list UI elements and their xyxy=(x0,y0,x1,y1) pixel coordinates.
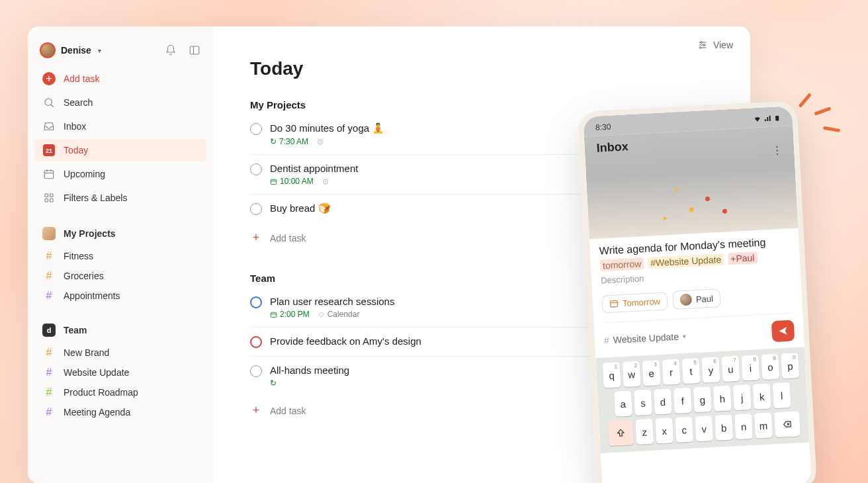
backspace-key[interactable] xyxy=(774,411,801,437)
keyboard-key[interactable]: o9 xyxy=(761,354,779,380)
send-button[interactable] xyxy=(771,320,795,342)
task-checkbox[interactable] xyxy=(250,296,262,308)
keyboard-key[interactable]: d xyxy=(654,388,672,414)
svg-point-15 xyxy=(701,42,703,44)
task-checkbox[interactable] xyxy=(250,336,262,348)
calendar-icon xyxy=(609,298,619,308)
sidebar-section-team[interactable]: d Team xyxy=(34,319,206,341)
sidebar-project-item[interactable]: #New Brand xyxy=(34,343,206,363)
kebab-menu-icon[interactable]: ⋮ xyxy=(771,144,783,157)
sidebar-project-item[interactable]: #Appointments xyxy=(34,286,206,306)
project-label: Groceries xyxy=(64,271,104,281)
alarm-icon xyxy=(322,177,329,185)
tag-tomorrow[interactable]: tomorrow xyxy=(600,257,644,271)
team-icon: d xyxy=(42,324,56,337)
svg-rect-19 xyxy=(271,179,276,184)
assignee-chip[interactable]: Paul xyxy=(672,288,720,310)
tag-project[interactable]: #Website Update xyxy=(648,253,724,269)
keyboard-key[interactable]: s xyxy=(634,390,652,416)
hash-icon: # xyxy=(42,250,56,262)
notifications-icon[interactable] xyxy=(164,44,177,57)
search-icon xyxy=(42,96,56,109)
keyboard-key[interactable]: r4 xyxy=(662,359,681,385)
sidebar-section-my-projects[interactable]: My Projects xyxy=(34,222,206,245)
task-checkbox[interactable] xyxy=(250,163,262,175)
plus-circle-icon: + xyxy=(42,72,56,85)
keyboard-key[interactable]: k xyxy=(753,383,771,409)
svg-rect-4 xyxy=(44,171,54,179)
task-checkbox[interactable] xyxy=(250,203,262,215)
task-time: 2:00 PM xyxy=(270,310,310,319)
keyboard-key[interactable]: i8 xyxy=(741,355,760,380)
sliders-icon xyxy=(697,40,708,50)
svg-rect-8 xyxy=(45,194,48,197)
nav-inbox[interactable]: Inbox xyxy=(34,115,206,138)
shift-key[interactable] xyxy=(607,419,634,446)
keyboard-key[interactable]: j xyxy=(733,384,752,410)
section-label: My Projects xyxy=(64,228,116,239)
nav-search[interactable]: Search xyxy=(34,91,206,114)
add-task-label: Add task xyxy=(64,73,99,84)
keyboard-key[interactable]: c xyxy=(675,417,693,443)
task-checkbox[interactable] xyxy=(250,365,262,377)
project-select[interactable]: # Website Update ▾ xyxy=(604,331,687,345)
nav-filters[interactable]: Filters & Labels xyxy=(34,187,206,209)
compose-panel: Write agenda for Monday's meeting tomorr… xyxy=(589,228,812,483)
tag-assignee[interactable]: +Paul xyxy=(728,251,758,265)
sidebar-project-item[interactable]: #Website Update xyxy=(34,363,206,382)
hash-icon: # xyxy=(42,406,56,418)
grid-icon xyxy=(42,191,56,204)
avatar xyxy=(40,42,56,58)
view-button[interactable]: View xyxy=(697,40,733,50)
sidebar-project-item[interactable]: #Meeting Agenda xyxy=(34,402,206,422)
hash-icon: # xyxy=(604,335,610,345)
inbox-icon xyxy=(42,120,56,133)
keyboard-key[interactable]: h xyxy=(713,386,732,412)
svg-rect-24 xyxy=(775,116,779,121)
signal-icon xyxy=(763,114,773,123)
avatar xyxy=(679,293,692,306)
task-checkbox[interactable] xyxy=(250,123,262,135)
hash-icon: # xyxy=(42,290,56,302)
keyboard-key[interactable]: p0 xyxy=(781,353,799,378)
keyboard-key[interactable]: b xyxy=(715,415,733,441)
calendar-icon xyxy=(42,167,56,181)
nav-label: Today xyxy=(64,145,88,155)
keyboard-key[interactable]: t5 xyxy=(682,358,701,384)
keyboard-key[interactable]: a xyxy=(614,390,632,416)
due-date-chip[interactable]: Tomorrow xyxy=(601,292,668,313)
nav-label: Filters & Labels xyxy=(64,193,127,203)
nav-label: Search xyxy=(64,97,93,108)
keyboard-key[interactable]: y6 xyxy=(701,357,720,382)
keyboard-key[interactable]: z xyxy=(635,419,654,445)
keyboard-key[interactable]: q1 xyxy=(603,362,621,388)
keyboard-key[interactable]: v xyxy=(695,416,713,441)
keyboard-key[interactable]: g xyxy=(693,386,712,412)
nav-label: Inbox xyxy=(64,121,86,132)
keyboard: q1w2e3r4t5y6u7i8o9p0 asdfghjkl zxcvbnm xyxy=(595,347,809,453)
svg-rect-25 xyxy=(611,300,618,307)
keyboard-key[interactable]: f xyxy=(673,388,692,414)
svg-rect-0 xyxy=(190,46,199,54)
svg-line-3 xyxy=(51,105,54,107)
keyboard-key[interactable]: e3 xyxy=(642,360,661,386)
calendar-today-icon: 21 xyxy=(43,144,55,156)
svg-point-2 xyxy=(45,99,52,106)
add-task-button[interactable]: + Add task xyxy=(34,67,206,90)
plus-icon: + xyxy=(250,231,262,245)
sidebar-toggle-icon[interactable] xyxy=(188,44,201,57)
keyboard-key[interactable]: l xyxy=(773,382,791,408)
keyboard-key[interactable]: x xyxy=(655,417,673,443)
sidebar-project-item[interactable]: #Groceries xyxy=(34,266,206,286)
nav-upcoming[interactable]: Upcoming xyxy=(34,163,206,185)
sidebar-project-item[interactable]: #Fitness xyxy=(34,246,206,266)
user-menu[interactable]: Denise ▾ xyxy=(40,42,101,58)
nav-today[interactable]: 21 Today xyxy=(34,139,206,161)
sidebar: Denise ▾ + Add task Search xyxy=(28,26,213,483)
svg-line-26 xyxy=(611,302,617,303)
keyboard-key[interactable]: w2 xyxy=(623,361,641,387)
sidebar-project-item[interactable]: #Product Roadmap xyxy=(34,382,206,402)
keyboard-key[interactable]: n xyxy=(734,414,753,439)
keyboard-key[interactable]: m xyxy=(754,412,773,438)
keyboard-key[interactable]: u7 xyxy=(721,356,740,382)
